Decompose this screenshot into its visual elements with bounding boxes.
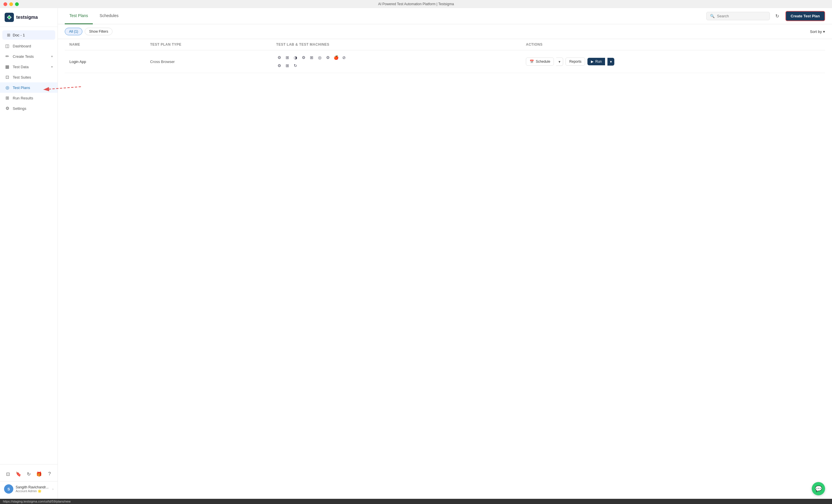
table-row: Login App Cross Browser ⚙ ⊞ ◑ (65, 50, 825, 73)
dashboard-icon: ◫ (5, 43, 10, 49)
maximize-button[interactable] (15, 2, 19, 6)
sidebar-item-test-plans[interactable]: ◎ Test Plans (0, 82, 57, 93)
search-input[interactable] (717, 14, 766, 18)
run-button[interactable]: ▶ Run (588, 58, 605, 65)
workspace-item[interactable]: ⊞ Doc - 1 (2, 30, 55, 39)
filter-all-button[interactable]: All (1) (65, 28, 82, 35)
sidebar-bottom: ⊡ 🔖 ↻ 🎁 ? S Sangith Ravichandr... Accoun… (0, 464, 57, 499)
machine-icons: ⚙ ⊞ ◑ ⚙ ⊞ ◎ ⚙ 🍎 ⊘ (276, 54, 517, 69)
svg-point-1 (8, 16, 10, 19)
col-plan-type: Test Plan Type (146, 39, 271, 50)
plan-type: Cross Browser (150, 59, 175, 64)
windows-icon-2: ⊞ (309, 54, 315, 61)
settings-icon-3: ⚙ (324, 54, 331, 61)
settings-icon-4: ⚙ (276, 62, 282, 69)
chevron-right-icon: › (52, 487, 53, 491)
chrome-icon: ◎ (316, 54, 323, 61)
search-box[interactable]: 🔍 (706, 12, 770, 20)
app-container: testsigma ⊞ Doc - 1 ◫ Dashboard ✏ Create… (0, 8, 832, 499)
chevron-down-icon: ▾ (51, 55, 53, 58)
test-data-icon: ▦ (5, 64, 10, 69)
windows-icon-3: ⊞ (284, 62, 290, 69)
refresh-icon[interactable]: ↻ (24, 469, 33, 479)
col-machines: Test Lab & Test Machines (271, 39, 521, 50)
create-tests-icon: ✏ (5, 54, 10, 59)
minimize-button[interactable] (9, 2, 13, 6)
test-plans-icon: ◎ (5, 85, 10, 90)
tab-test-plans[interactable]: Test Plans (65, 8, 93, 24)
search-icon: 🔍 (710, 14, 714, 18)
sort-by-button[interactable]: Sort by ▾ (810, 29, 825, 34)
reports-button[interactable]: Reports (566, 57, 585, 65)
status-url: https://staging.testsigma.com/ui/td/59/p… (3, 500, 71, 503)
run-results-icon: ⊞ (5, 96, 10, 101)
test-suites-icon: ⊡ (5, 75, 10, 80)
user-name: Sangith Ravichandr... (16, 485, 50, 489)
settings-icon: ⚙ (5, 106, 10, 111)
play-icon: ▶ (591, 59, 594, 63)
table-area: Name Test Plan Type Test Lab & Test Mach… (58, 39, 832, 499)
user-info: Sangith Ravichandr... Account Admin 🌟 (16, 485, 50, 493)
data-table: Name Test Plan Type Test Lab & Test Mach… (65, 39, 825, 73)
title-bar: AI Powered Test Automation Platform | Te… (0, 0, 832, 8)
col-name: Name (65, 39, 146, 50)
chat-bubble[interactable]: 💬 (812, 482, 825, 495)
settings-icon: ⚙ (276, 54, 282, 61)
user-role: Account Admin 🌟 (16, 489, 50, 493)
sidebar-item-create-tests[interactable]: ✏ Create Tests ▾ (0, 51, 57, 61)
window-controls[interactable] (3, 2, 19, 6)
logo-text: testsigma (16, 15, 38, 20)
sidebar-nav: ⊞ Doc - 1 ◫ Dashboard ✏ Create Tests ▾ ▦… (0, 27, 57, 464)
sidebar-item-run-results[interactable]: ⊞ Run Results (0, 93, 57, 103)
main-content: Test Plans Schedules 🔍 ↻ Create Test Pla… (58, 8, 832, 499)
calendar-icon: 📅 (529, 59, 534, 63)
window-title: AI Powered Test Automation Platform | Te… (378, 2, 454, 6)
disabled-icon: ⊘ (341, 54, 347, 61)
sidebar-item-settings[interactable]: ⚙ Settings (0, 103, 57, 113)
avatar: S (4, 484, 13, 494)
bottom-icons-bar: ⊡ 🔖 ↻ 🎁 ? (0, 467, 57, 481)
sidebar-logo: testsigma (0, 8, 57, 27)
workspace-label: Doc - 1 (13, 33, 25, 37)
apple-icon: 🍎 (333, 54, 339, 61)
user-section[interactable]: S Sangith Ravichandr... Account Admin 🌟 … (0, 481, 57, 497)
actions-cell: 📅 Schedule ▾ Reports ▶ Run ▾ (526, 57, 821, 66)
schedule-dropdown-button[interactable]: ▾ (556, 57, 563, 66)
create-test-plan-button[interactable]: Create Test Plan (785, 11, 825, 21)
schedule-button[interactable]: 📅 Schedule (526, 57, 554, 65)
machine-row-1: ⚙ ⊞ ◑ ⚙ ⊞ ◎ ⚙ 🍎 ⊘ (276, 54, 517, 61)
nav-label: Test Plans (13, 85, 53, 90)
chevron-down-icon: ▾ (51, 65, 53, 69)
run-dropdown-button[interactable]: ▾ (607, 58, 614, 65)
content-toolbar: All (1) Show Filters Sort by ▾ (58, 24, 832, 39)
chat-icon: 💬 (815, 485, 822, 492)
nav-label: Test Data (13, 65, 48, 69)
logo-icon (5, 13, 14, 22)
machine-row-2: ⚙ ⊞ ↻ (276, 62, 517, 69)
show-filters-button[interactable]: Show Filters (85, 28, 112, 35)
chevron-down-icon: ▾ (823, 29, 825, 34)
sidebar-item-test-suites[interactable]: ⊡ Test Suites (0, 72, 57, 82)
settings-icon-2: ⚙ (301, 54, 307, 61)
reload-icon: ↻ (292, 62, 298, 69)
nav-label: Run Results (13, 96, 53, 100)
nav-label: Test Suites (13, 75, 53, 79)
nav-label: Dashboard (13, 44, 53, 48)
nav-label: Create Tests (13, 54, 48, 59)
help-icon[interactable]: ? (45, 469, 54, 479)
sidebar: testsigma ⊞ Doc - 1 ◫ Dashboard ✏ Create… (0, 8, 58, 499)
workspace-icon: ⊞ (7, 33, 10, 37)
sidebar-item-dashboard[interactable]: ◫ Dashboard (0, 41, 57, 51)
gift-icon[interactable]: 🎁 (34, 469, 44, 479)
tab-schedules[interactable]: Schedules (95, 8, 123, 24)
nav-label: Settings (13, 106, 53, 111)
content-header: Test Plans Schedules 🔍 ↻ Create Test Pla… (58, 8, 832, 24)
bookmark-icon[interactable]: 🔖 (14, 469, 23, 479)
plan-name: Login App (69, 59, 86, 64)
col-actions: Actions (521, 39, 825, 50)
connect-icon[interactable]: ⊡ (3, 469, 13, 479)
refresh-button[interactable]: ↻ (772, 11, 782, 21)
close-button[interactable] (3, 2, 7, 6)
sidebar-item-test-data[interactable]: ▦ Test Data ▾ (0, 61, 57, 72)
windows-icon: ⊞ (284, 54, 290, 61)
